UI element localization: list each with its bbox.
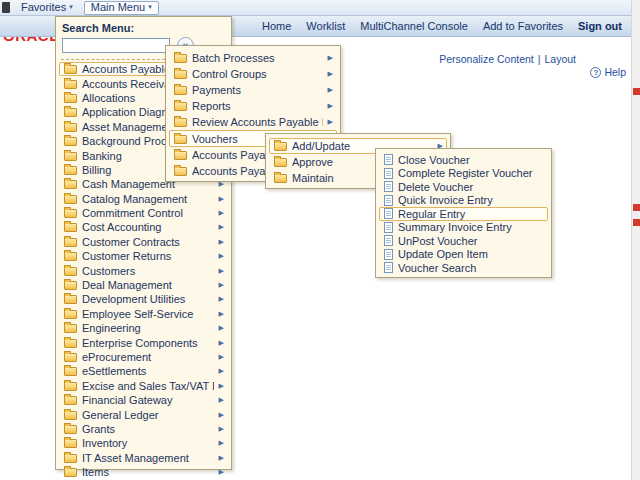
folder-icon <box>64 252 77 261</box>
menu-item-label: Regular Entry <box>398 208 544 220</box>
menu-bar: Favorites ▾ Main Menu ▾ <box>0 0 640 16</box>
menu-item-label: Customer Contracts <box>82 236 214 248</box>
main-menu[interactable]: Main Menu ▾ <box>84 1 159 15</box>
menu-item-label: Quick Invoice Entry <box>398 194 544 206</box>
folder-icon <box>274 158 287 167</box>
search-input[interactable] <box>62 38 170 53</box>
submenu-arrow-icon: ▶ <box>219 295 224 303</box>
menu-item-esettlements[interactable]: eSettlements▶ <box>59 364 228 378</box>
chevron-down-icon: ▾ <box>148 3 152 11</box>
menu-item-inventory[interactable]: Inventory▶ <box>59 436 228 450</box>
peoplesoft-app: Favorites ▾ Main Menu ▾ HomeWorklistMult… <box>0 0 640 480</box>
menu-item-label: eProcurement <box>82 351 214 363</box>
submenu-arrow-icon: ▶ <box>219 468 224 476</box>
header-link-multichannel-console[interactable]: MultiChannel Console <box>360 20 468 32</box>
submenu-arrow-icon: ▶ <box>219 310 224 318</box>
layout-link[interactable]: Layout <box>544 53 576 65</box>
menu-item-label: Voucher Search <box>398 262 544 274</box>
help-link[interactable]: ? Help <box>590 66 626 78</box>
header-link-add-to-favorites[interactable]: Add to Favorites <box>483 20 563 32</box>
menu-item-employee-self-service[interactable]: Employee Self-Service▶ <box>59 307 228 321</box>
personalize-content-link[interactable]: Personalize Content <box>439 53 534 65</box>
folder-icon <box>64 123 77 132</box>
menu-item-eprocurement[interactable]: eProcurement▶ <box>59 350 228 364</box>
header-link-home[interactable]: Home <box>262 20 291 32</box>
submenu-arrow-icon: ▶ <box>219 324 224 332</box>
menu-item-update-open-item[interactable]: Update Open Item <box>379 248 548 262</box>
menu-item-engineering[interactable]: Engineering▶ <box>59 321 228 335</box>
menu-item-customers[interactable]: Customers▶ <box>59 263 228 277</box>
folder-icon <box>64 94 77 103</box>
menu-item-label: Batch Processes <box>192 52 323 64</box>
favorites-menu[interactable]: Favorites ▾ <box>14 1 80 15</box>
menu-item-commitment-control[interactable]: Commitment Control▶ <box>59 206 228 220</box>
menu-item-it-asset-management[interactable]: IT Asset Management▶ <box>59 451 228 465</box>
folder-icon <box>64 295 77 304</box>
menu-item-voucher-search[interactable]: Voucher Search <box>379 261 548 275</box>
menu-item-summary-invoice-entry[interactable]: Summary Invoice Entry <box>379 221 548 235</box>
menu-item-review-accounts-payable-info[interactable]: Review Accounts Payable Info▶ <box>169 114 337 130</box>
menu-item-label: Employee Self-Service <box>82 308 214 320</box>
submenu-arrow-icon: ▶ <box>219 396 224 404</box>
menu-item-complete-register-voucher[interactable]: Complete Register Voucher <box>379 167 548 181</box>
menu-item-deal-management[interactable]: Deal Management▶ <box>59 278 228 292</box>
header-link-worklist[interactable]: Worklist <box>306 20 345 32</box>
folder-icon <box>174 135 187 144</box>
menu-item-payments[interactable]: Payments▶ <box>169 82 337 98</box>
menu-item-control-groups[interactable]: Control Groups▶ <box>169 66 337 82</box>
help-icon: ? <box>590 67 601 78</box>
sign-out-link[interactable]: Sign out <box>578 20 622 32</box>
folder-icon <box>64 108 77 117</box>
menu-item-unpost-voucher[interactable]: UnPost Voucher <box>379 234 548 248</box>
search-menu-label: Search Menu: <box>59 19 228 37</box>
menu-item-catalog-management[interactable]: Catalog Management▶ <box>59 192 228 206</box>
menu-item-label: General Ledger <box>82 409 214 421</box>
menu-item-label: Financial Gateway <box>82 394 214 406</box>
menu-item-general-ledger[interactable]: General Ledger▶ <box>59 407 228 421</box>
menu-item-excise-and-sales-tax-vat-ind[interactable]: Excise and Sales Tax/VAT IND▶ <box>59 379 228 393</box>
menu-item-development-utilities[interactable]: Development Utilities▶ <box>59 292 228 306</box>
menu-item-grants[interactable]: Grants▶ <box>59 422 228 436</box>
scrollbar[interactable] <box>631 0 640 480</box>
submenu-arrow-icon: ▶ <box>328 118 333 126</box>
menu-item-reports[interactable]: Reports▶ <box>169 98 337 114</box>
document-icon <box>384 181 393 192</box>
menu-item-delete-voucher[interactable]: Delete Voucher <box>379 180 548 194</box>
submenu-arrow-icon: ▶ <box>219 411 224 419</box>
folder-icon <box>64 353 77 362</box>
menu-item-label: eSettlements <box>82 365 214 377</box>
folder-icon <box>64 310 77 319</box>
folder-icon <box>174 167 187 176</box>
folder-icon <box>64 267 77 276</box>
menu-item-label: Deal Management <box>82 279 214 291</box>
menu-item-quick-invoice-entry[interactable]: Quick Invoice Entry <box>379 194 548 208</box>
menu-item-label: Development Utilities <box>82 293 214 305</box>
menu-item-items[interactable]: Items▶ <box>59 465 228 479</box>
document-icon <box>384 262 393 273</box>
folder-icon <box>174 70 187 79</box>
submenu-arrow-icon: ▶ <box>219 353 224 361</box>
submenu-arrow-icon: ▶ <box>219 454 224 462</box>
menu-item-label: Payments <box>192 84 323 96</box>
document-icon <box>384 222 393 233</box>
menu-item-label: Reports <box>192 100 323 112</box>
scrollbar-mark <box>633 88 640 95</box>
divider: | <box>538 53 541 65</box>
menu-item-cost-accounting[interactable]: Cost Accounting▶ <box>59 220 228 234</box>
menu-item-financial-gateway[interactable]: Financial Gateway▶ <box>59 393 228 407</box>
folder-icon <box>64 396 77 405</box>
menu-item-close-voucher[interactable]: Close Voucher <box>379 153 548 167</box>
menu-item-regular-entry[interactable]: Regular Entry <box>379 207 548 221</box>
submenu-arrow-icon: ▶ <box>219 209 224 217</box>
menu-item-label: Items <box>82 466 214 478</box>
menu-item-enterprise-components[interactable]: Enterprise Components▶ <box>59 335 228 349</box>
folder-icon <box>64 80 77 89</box>
menu-item-customer-returns[interactable]: Customer Returns▶ <box>59 249 228 263</box>
menu-item-customer-contracts[interactable]: Customer Contracts▶ <box>59 235 228 249</box>
folder-icon <box>64 223 77 232</box>
menu-item-label: Cost Accounting <box>82 221 214 233</box>
menu-item-batch-processes[interactable]: Batch Processes▶ <box>169 50 337 66</box>
document-icon <box>384 235 393 246</box>
menu-item-label: IT Asset Management <box>82 452 214 464</box>
menu-item-label: Customer Returns <box>82 250 214 262</box>
